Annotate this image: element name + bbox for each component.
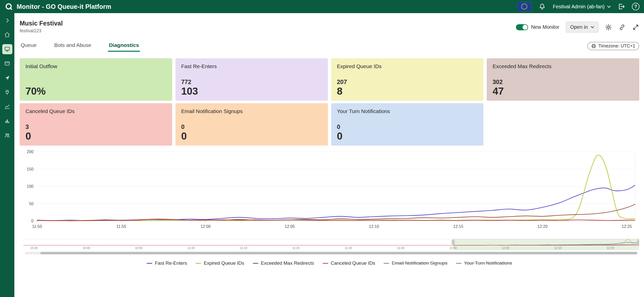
- topbar: Monitor - GO Queue-it Platform: [0, 0, 644, 13]
- user-menu[interactable]: Festival Admin (ab-fan): [553, 4, 611, 10]
- page-title-block: Music Festival festival123: [20, 20, 63, 34]
- timezone-label: Timezone: UTC+1: [598, 43, 635, 49]
- stat-cards-grid: Initial Outflow 70% Fast Re-Enters 772 1…: [20, 58, 639, 146]
- legend-label: Email Notification Signups: [392, 260, 447, 266]
- svg-text:12:25: 12:25: [622, 224, 632, 229]
- stat-card-label: Email Notification Signups: [181, 108, 322, 114]
- svg-text:0: 0: [31, 219, 34, 223]
- stat-card-primary-value: 0: [25, 130, 166, 142]
- svg-text:12:00: 12:00: [502, 246, 509, 250]
- sign-out-icon[interactable]: [618, 3, 625, 10]
- legend-item[interactable]: Fast Re-Enters: [147, 260, 187, 266]
- sidebar-item-home[interactable]: [0, 28, 14, 42]
- svg-text:11:00: 11:00: [188, 246, 195, 250]
- sidebar-item-users[interactable]: [0, 128, 14, 143]
- globe-icon: [591, 44, 596, 48]
- stat-card-label: Canceled Queue IDs: [25, 108, 166, 114]
- legend-item[interactable]: Exceeded Max Redirects: [253, 260, 314, 266]
- stat-card-label: Expired Queue IDs: [337, 63, 478, 69]
- card-email-notification-signups: Email Notification Signups 0 0: [175, 103, 328, 146]
- legend-item[interactable]: Canceled Queue IDs: [323, 260, 375, 266]
- sidebar-item-integrations[interactable]: [0, 85, 14, 99]
- tab-diagnostics[interactable]: Diagnostics: [108, 40, 140, 52]
- stat-card-secondary-value: 0: [181, 123, 322, 130]
- users-icon: [2, 130, 12, 141]
- stat-card-label: Fast Re-Enters: [181, 63, 322, 69]
- page-title: Music Festival: [20, 20, 63, 27]
- legend-label: Expired Queue IDs: [204, 260, 244, 266]
- chevron-down-icon: [591, 26, 594, 28]
- legend-label: Canceled Queue IDs: [331, 260, 375, 266]
- line-chart-icon: [2, 102, 12, 112]
- page-header: Music Festival festival123 New Monitor O…: [20, 20, 639, 34]
- new-monitor-toggle[interactable]: New Monitor: [516, 24, 559, 30]
- svg-text:12:10: 12:10: [554, 246, 562, 250]
- svg-text:200: 200: [27, 150, 34, 154]
- card-your-turn-notifications: Your Turn Notifications 0 0: [331, 103, 484, 146]
- stat-card-secondary-value: 772: [181, 78, 322, 86]
- svg-text:11:55: 11:55: [116, 224, 126, 229]
- stat-card-primary-value: 8: [337, 86, 478, 97]
- settings-gear-icon[interactable]: [605, 24, 612, 31]
- bar-chart-icon: [2, 116, 12, 126]
- stat-card-primary-value: 70%: [25, 86, 166, 97]
- legend-swatch: [196, 263, 201, 264]
- legend-swatch: [456, 263, 462, 264]
- tab-bots-and-abuse[interactable]: Bots and Abuse: [53, 40, 92, 52]
- card-initial-outflow: Initial Outflow 70%: [20, 58, 172, 101]
- svg-text:12:00: 12:00: [200, 224, 210, 229]
- sidebar-item-queues[interactable]: [0, 56, 14, 71]
- sidebar-expand-button[interactable]: [0, 13, 14, 28]
- user-menu-label: Festival Admin (ab-fan): [553, 4, 605, 10]
- queueit-logo-icon[interactable]: [5, 2, 13, 11]
- toggle-track[interactable]: [516, 24, 528, 30]
- stat-card-primary-value: 0: [337, 130, 478, 142]
- legend-item[interactable]: Expired Queue IDs: [196, 260, 244, 266]
- copy-link-icon[interactable]: [619, 24, 626, 31]
- stat-card-primary-value: 103: [181, 86, 322, 97]
- legend-swatch: [323, 263, 328, 264]
- diagnostics-line-chart: 05010015020011:5011:5512:0012:0512:1012:…: [23, 150, 639, 233]
- sidebar-item-monitor[interactable]: [0, 42, 14, 56]
- stat-card-label: Your Turn Notifications: [337, 108, 478, 114]
- stat-card-primary-value: 47: [493, 86, 633, 97]
- eu-flag-icon: [517, 2, 532, 11]
- card-expired-queue-ids: Expired Queue IDs 207 8: [331, 58, 484, 101]
- scrollbar-thumb[interactable]: [40, 252, 637, 254]
- card-exceeded-max-redirects: Exceeded Max Redirects 302 47: [487, 58, 639, 101]
- legend-item[interactable]: Your Turn Notifications: [456, 260, 512, 266]
- stat-card-secondary-value: 302: [493, 78, 633, 86]
- open-in-button[interactable]: Open in: [566, 22, 598, 33]
- help-icon[interactable]: ?: [632, 3, 639, 10]
- svg-text:10:50: 10:50: [135, 246, 142, 250]
- card-fast-re-enters: Fast Re-Enters 772 103: [175, 58, 328, 101]
- svg-text:11:10: 11:10: [240, 246, 247, 250]
- chevron-right-icon: [2, 15, 12, 25]
- app-root: Monitor - GO Queue-it Platform: [0, 0, 644, 297]
- chart-brush-timeline[interactable]: 10:3010:4010:5011:0011:1011:2011:3011:40…: [23, 239, 639, 250]
- monitor-icon: [2, 44, 12, 54]
- sidebar-item-reports[interactable]: [0, 114, 14, 128]
- sidebar-item-publish[interactable]: [0, 71, 14, 85]
- svg-text:10:30: 10:30: [30, 246, 38, 250]
- chevron-down-icon: [607, 6, 611, 8]
- main-content: Music Festival festival123 New Monitor O…: [14, 13, 644, 297]
- svg-text:12:05: 12:05: [285, 224, 295, 229]
- stat-card-label: Exceeded Max Redirects: [493, 63, 633, 69]
- tab-queue[interactable]: Queue: [20, 40, 38, 52]
- card-icon: [2, 59, 12, 69]
- fullscreen-expand-icon[interactable]: [632, 24, 639, 31]
- chart-legend: Fast Re-EntersExpired Queue IDsExceeded …: [20, 260, 639, 266]
- horizontal-scrollbar[interactable]: [25, 252, 638, 254]
- legend-swatch: [253, 263, 258, 264]
- tabs-row: Queue Bots and Abuse Diagnostics Timezon…: [20, 40, 639, 52]
- timezone-pill[interactable]: Timezone: UTC+1: [587, 42, 639, 50]
- notifications-bell-icon[interactable]: [539, 3, 546, 10]
- svg-text:12:10: 12:10: [369, 224, 379, 229]
- stat-card-secondary-value: 0: [337, 123, 478, 130]
- card-canceled-queue-ids: Canceled Queue IDs 3 0: [20, 103, 172, 146]
- legend-label: Exceeded Max Redirects: [261, 260, 314, 266]
- legend-item[interactable]: Email Notification Signups: [384, 260, 447, 266]
- stat-card-primary-value: 0: [181, 130, 322, 142]
- sidebar-item-analytics[interactable]: [0, 99, 14, 114]
